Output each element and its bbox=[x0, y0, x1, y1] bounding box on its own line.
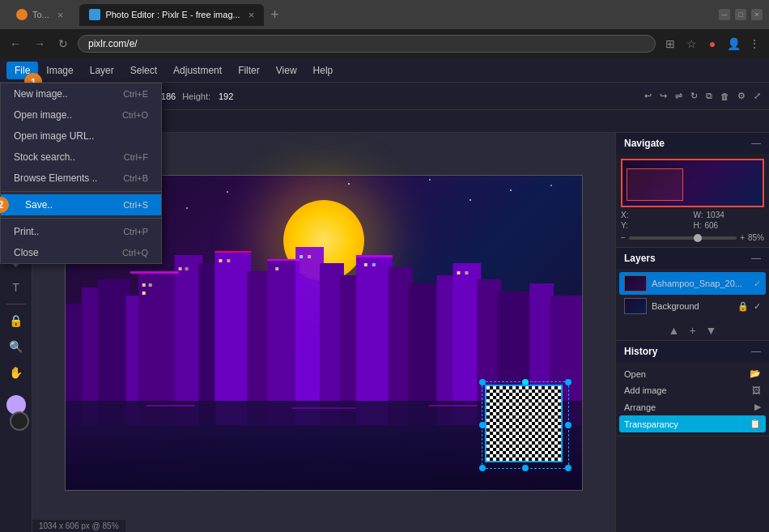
flip-icon[interactable]: ⇌ bbox=[673, 89, 684, 103]
navigate-header: Navigate — bbox=[616, 133, 769, 154]
history-label-transparancy: Transparancy bbox=[624, 419, 678, 429]
app-container: 1 File Image Layer Select Adjustment Fil… bbox=[0, 58, 769, 532]
layer-check-icon-2[interactable]: ✓ bbox=[754, 301, 761, 312]
handle-middle-right[interactable] bbox=[565, 422, 571, 428]
hand-tool[interactable]: ✋ bbox=[5, 361, 28, 384]
redo-icon[interactable]: ↪ bbox=[658, 89, 669, 103]
menu-close[interactable]: Close Ctrl+Q bbox=[1, 242, 161, 263]
refresh-button[interactable]: ↻ bbox=[55, 36, 71, 52]
menu-separator-1 bbox=[1, 191, 161, 192]
forward-button[interactable]: → bbox=[31, 36, 49, 52]
zoom-slider[interactable] bbox=[629, 236, 737, 240]
svg-point-49 bbox=[510, 189, 512, 191]
right-panel: Navigate — X: W: 1034 bbox=[615, 133, 769, 532]
layer-check-icon-1[interactable]: ✓ bbox=[754, 279, 761, 289]
svg-rect-28 bbox=[142, 292, 146, 295]
handle-bottom-left[interactable] bbox=[479, 465, 486, 471]
layers-collapse-btn[interactable]: — bbox=[751, 253, 761, 264]
layers-actions: ▲ + ▼ bbox=[616, 321, 769, 340]
opera-icon[interactable]: ● bbox=[704, 36, 720, 52]
qr-code-overlay[interactable] bbox=[485, 385, 566, 466]
new-tab-button[interactable]: + bbox=[270, 6, 279, 23]
layer-lock-icon-2[interactable]: 🔒 bbox=[737, 301, 749, 312]
undo-icon[interactable]: ↩ bbox=[643, 89, 653, 103]
svg-rect-10 bbox=[295, 247, 324, 425]
bookmark-icon[interactable]: ☆ bbox=[683, 36, 699, 52]
layer-item-1[interactable]: Ashampoo_Snap_20... ✓ bbox=[619, 272, 766, 295]
layer-up-btn[interactable]: ▲ bbox=[669, 324, 680, 337]
rotate-icon[interactable]: ↻ bbox=[689, 89, 699, 103]
menu-print[interactable]: Print.. Ctrl+P bbox=[1, 221, 161, 242]
text-tool[interactable]: T bbox=[5, 276, 28, 299]
profile-icon[interactable]: 👤 bbox=[725, 36, 741, 52]
tab-close-2[interactable]: × bbox=[249, 9, 255, 21]
menu-separator-2 bbox=[1, 218, 161, 219]
navigate-title: Navigate bbox=[624, 138, 665, 149]
menu-open-image[interactable]: Open image.. Ctrl+O bbox=[1, 104, 161, 126]
lock-tool[interactable]: 🔒 bbox=[5, 309, 28, 332]
close-button[interactable]: × bbox=[751, 9, 763, 20]
menu-icon[interactable]: ⋮ bbox=[746, 36, 763, 52]
nav-h: H: 606 bbox=[694, 221, 765, 230]
svg-point-47 bbox=[348, 183, 350, 185]
svg-point-52 bbox=[186, 207, 188, 209]
layer-add-btn[interactable]: + bbox=[689, 324, 695, 337]
tab-close-1[interactable]: × bbox=[57, 9, 64, 21]
menu-save[interactable]: 2 Save.. Ctrl+S bbox=[1, 194, 161, 215]
layer-thumb-1 bbox=[624, 275, 647, 292]
menu-view[interactable]: View bbox=[268, 62, 305, 79]
svg-rect-43 bbox=[429, 405, 478, 406]
zoom-minus[interactable]: − bbox=[621, 233, 626, 242]
menu-browse-elements[interactable]: Browse Elements .. Ctrl+B bbox=[1, 168, 161, 189]
back-button[interactable]: ← bbox=[6, 36, 24, 52]
layer-down-btn[interactable]: ▼ bbox=[706, 324, 717, 337]
browser-title-bar: To... × Photo Editor : Pixlr E - free im… bbox=[0, 0, 769, 29]
extensions-icon[interactable]: ⊞ bbox=[662, 36, 678, 52]
qr-code-image bbox=[485, 385, 563, 462]
zoom-plus[interactable]: + bbox=[740, 233, 745, 242]
zoom-thumb[interactable] bbox=[694, 234, 702, 242]
history-item-open[interactable]: Open 📂 bbox=[619, 365, 766, 382]
toolbar-height-label: Height: bbox=[182, 92, 210, 101]
menu-stock-search[interactable]: Stock search.. Ctrl+F bbox=[1, 147, 161, 168]
tab-label-2: Photo Editor : Pixlr E - free imag... bbox=[105, 10, 240, 19]
history-item-add-image[interactable]: Add image 🖼 bbox=[619, 382, 766, 398]
handle-bottom-middle[interactable] bbox=[522, 465, 529, 471]
history-collapse-btn[interactable]: — bbox=[751, 346, 761, 357]
navigate-collapse-btn[interactable]: — bbox=[751, 138, 761, 149]
history-item-transparancy[interactable]: Transparancy 📋 bbox=[619, 415, 766, 432]
step2-badge: 2 bbox=[0, 197, 9, 213]
menu-filter[interactable]: Filter bbox=[230, 62, 268, 79]
tab-favicon-1 bbox=[16, 9, 28, 20]
expand-icon[interactable]: ⤢ bbox=[752, 89, 763, 103]
menu-layer[interactable]: Layer bbox=[82, 62, 122, 79]
browser-tab-2[interactable]: Photo Editor : Pixlr E - free imag... × bbox=[79, 4, 264, 26]
settings-icon[interactable]: ⚙ bbox=[736, 89, 747, 103]
menu-new-image[interactable]: New image.. Ctrl+E bbox=[1, 83, 161, 104]
delete-icon[interactable]: 🗑 bbox=[719, 90, 731, 103]
copy-icon[interactable]: ⧉ bbox=[704, 89, 714, 103]
menu-open-image-url[interactable]: Open image URL.. bbox=[1, 126, 161, 147]
background-color[interactable] bbox=[10, 411, 29, 431]
zoom-tool[interactable]: 🔍 bbox=[5, 335, 28, 358]
minimize-button[interactable]: ─ bbox=[719, 9, 730, 20]
address-input[interactable] bbox=[78, 35, 656, 53]
layers-header: Layers — bbox=[616, 248, 769, 269]
history-icon-open: 📂 bbox=[750, 368, 761, 379]
handle-bottom-right[interactable] bbox=[565, 465, 571, 471]
menu-help[interactable]: Help bbox=[305, 62, 342, 79]
nav-y: Y: bbox=[621, 221, 692, 230]
menu-select[interactable]: Select bbox=[122, 62, 165, 79]
history-item-arrange[interactable]: Arrange ▶ bbox=[619, 398, 766, 415]
svg-rect-42 bbox=[291, 407, 356, 409]
menu-adjustment[interactable]: Adjustment bbox=[165, 62, 230, 79]
menu-image[interactable]: Image bbox=[38, 62, 81, 79]
browser-chrome: To... × Photo Editor : Pixlr E - free im… bbox=[0, 0, 769, 58]
browser-tab-1[interactable]: To... × bbox=[6, 4, 73, 26]
svg-rect-26 bbox=[142, 283, 146, 287]
handle-top-right[interactable] bbox=[565, 379, 571, 385]
svg-point-46 bbox=[227, 191, 228, 193]
maximize-button[interactable]: □ bbox=[735, 9, 746, 20]
layer-item-2[interactable]: Background 🔒 ✓ bbox=[619, 295, 766, 317]
history-icon-transparancy: 📋 bbox=[750, 419, 761, 429]
